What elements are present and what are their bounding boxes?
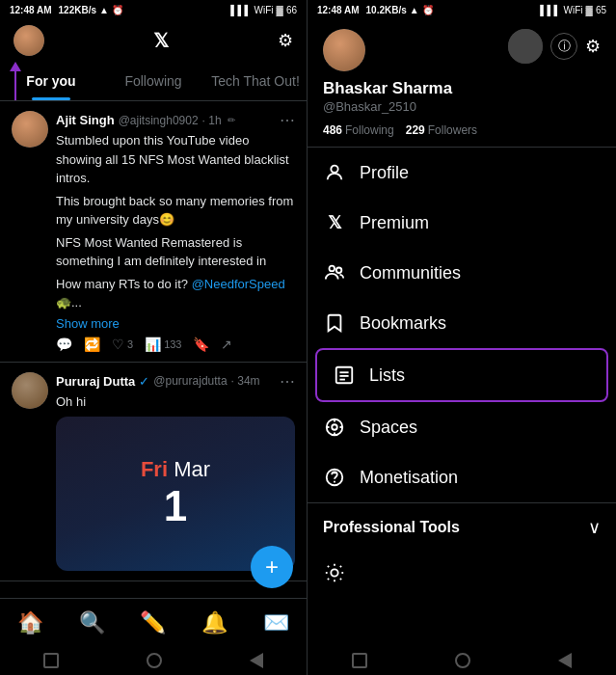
chart-icon: 📊 xyxy=(145,337,161,352)
tweet-author-2: Pururaj Dutta xyxy=(56,374,135,389)
more-options-2[interactable]: ⋯ xyxy=(280,372,295,391)
views-action[interactable]: 📊 133 xyxy=(145,337,181,352)
following-label: Following xyxy=(345,123,394,137)
retweet-action[interactable]: 🔁 xyxy=(84,337,100,352)
followers-count: 229 xyxy=(406,123,425,137)
time-right: 12:48 AM xyxy=(317,5,360,15)
followers-label: Followers xyxy=(428,123,477,137)
nav-compose[interactable]: ✏️ xyxy=(140,610,166,635)
drawer-stats: 486 Following 229 Followers xyxy=(308,118,616,148)
sys-circle-right[interactable] xyxy=(455,653,470,668)
mention-needforspeed[interactable]: @NeedforSpeed xyxy=(192,277,285,291)
like-action[interactable]: ♡ 3 xyxy=(112,337,133,352)
tweet-text-1c: NFS Most Wanted Remastered is something … xyxy=(56,233,295,271)
nav-home[interactable]: 🏠 xyxy=(17,610,43,635)
sys-circle-left[interactable] xyxy=(147,653,162,668)
tweet-header-1: Ajit Singh @ajitsingh0902 · 1h ✏ ⋯ xyxy=(56,111,295,129)
svg-point-1 xyxy=(330,266,335,272)
more-options-1[interactable]: ⋯ xyxy=(280,111,295,129)
sys-square-right[interactable] xyxy=(352,653,367,668)
settings-icon-drawer[interactable]: ⚙ xyxy=(585,36,601,57)
time-left: 12:48 AM xyxy=(10,5,52,15)
battery-pct-left: 66 xyxy=(286,5,297,15)
comment-action[interactable]: 💬 xyxy=(56,337,72,352)
menu-item-spaces[interactable]: Spaces xyxy=(308,402,616,452)
tweet-header-2: Pururaj Dutta ✓ @pururajdutta · 34m ⋯ xyxy=(56,372,295,391)
tab-tech[interactable]: Tech That Out! xyxy=(204,62,307,100)
right-panel: 12:48 AM 10.2KB/s ▲ ⏰ ▌▌▌ WiFi ▓ 65 ⓘ xyxy=(308,0,616,675)
share-icon: ↗ xyxy=(221,337,232,352)
signal-bars-right: ▌▌▌ xyxy=(540,5,560,15)
settings-icon-left[interactable]: ⚙ xyxy=(278,30,293,51)
menu-item-profile[interactable]: Profile xyxy=(308,148,616,198)
tweet-avatar-1[interactable] xyxy=(12,111,48,148)
premium-icon: 𝕏 xyxy=(323,211,346,234)
tweet-content-2: Pururaj Dutta ✓ @pururajdutta · 34m ⋯ Oh… xyxy=(56,372,295,572)
professional-tools[interactable]: Professional Tools ∨ xyxy=(308,502,616,552)
monetisation-icon xyxy=(323,466,346,489)
fab-button[interactable]: + xyxy=(251,546,293,588)
drawer-menu-list: Profile 𝕏 Premium Communities Bookmarks xyxy=(308,148,616,646)
tweet-content-1: Ajit Singh @ajitsingh0902 · 1h ✏ ⋯ Stumb… xyxy=(56,111,295,352)
status-bar-right: 12:48 AM 10.2KB/s ▲ ⏰ ▌▌▌ WiFi ▓ 65 xyxy=(308,0,616,19)
pro-tools-label: Professional Tools xyxy=(323,519,460,536)
nav-bell[interactable]: 🔔 xyxy=(201,610,228,635)
drawer-top: ⓘ ⚙ xyxy=(308,19,616,71)
menu-item-monetisation[interactable]: Monetisation xyxy=(308,452,616,502)
wifi-icon: WiFi xyxy=(254,5,274,15)
menu-item-lists[interactable]: Lists xyxy=(315,348,608,402)
tweet-text-1d: How many RTs to do it? @NeedforSpeed 🐢..… xyxy=(56,275,295,312)
tab-following[interactable]: Following xyxy=(102,62,204,100)
svg-line-13 xyxy=(328,566,329,567)
menu-label-monetisation: Monetisation xyxy=(360,468,458,488)
user-avatar-left[interactable] xyxy=(13,25,44,56)
sys-square-left[interactable] xyxy=(43,653,59,668)
menu-label-profile: Profile xyxy=(360,163,409,183)
arrow-indicator xyxy=(10,62,21,100)
drawer-top-right: ⓘ ⚙ xyxy=(508,29,601,64)
sys-back-right[interactable] xyxy=(558,653,572,668)
x-logo-left: 𝕏 xyxy=(153,29,169,52)
battery-pct-right: 65 xyxy=(596,5,606,15)
tweet-text-2: Oh hi xyxy=(56,392,295,412)
settings-row[interactable] xyxy=(308,552,616,594)
tweet-meta-1: Ajit Singh @ajitsingh0902 · 1h ✏ xyxy=(56,113,235,127)
show-more-link[interactable]: Show more xyxy=(56,316,295,331)
drawer-user-name: Bhaskar Sharma xyxy=(323,79,601,98)
menu-item-bookmarks[interactable]: Bookmarks xyxy=(308,298,616,348)
calendar-fri: Fri xyxy=(141,457,168,481)
bookmarks-icon xyxy=(323,311,346,335)
retweet-icon: 🔁 xyxy=(84,337,100,352)
edit-icon-1: ✏ xyxy=(228,115,235,125)
status-data-left: 122KB/s xyxy=(59,5,96,15)
menu-item-communities[interactable]: Communities xyxy=(308,248,616,298)
drawer-content: 12:48 AM 10.2KB/s ▲ ⏰ ▌▌▌ WiFi ▓ 65 ⓘ xyxy=(308,0,616,646)
sys-back-left[interactable] xyxy=(250,653,263,668)
bookmark-action[interactable]: 🔖 xyxy=(193,337,209,352)
nav-search[interactable]: 🔍 xyxy=(79,610,105,635)
lists-icon xyxy=(333,364,356,387)
wifi-icon-right: WiFi xyxy=(564,5,583,15)
info-icon[interactable]: ⓘ xyxy=(550,33,577,60)
status-bar-left: 12:48 AM 122KB/s ▲ ⏰ ▌▌▌ WiFi ▓ 66 xyxy=(0,0,307,19)
tweet-handle-1: @ajitsingh0902 xyxy=(119,114,199,127)
menu-item-premium[interactable]: 𝕏 Premium xyxy=(308,198,616,248)
profile-icon xyxy=(323,161,346,184)
svg-line-18 xyxy=(340,566,341,567)
share-action[interactable]: ↗ xyxy=(221,337,232,352)
calendar-mar: Mar xyxy=(174,457,210,481)
tweet-avatar-2[interactable] xyxy=(12,372,48,409)
svg-line-14 xyxy=(340,579,341,580)
stat-followers[interactable]: 229 Followers xyxy=(406,123,477,137)
drawer-switch-avatar[interactable] xyxy=(508,29,543,64)
chevron-down-icon: ∨ xyxy=(588,517,601,538)
drawer-user-avatar[interactable] xyxy=(323,29,365,71)
calendar-header: Fri Mar xyxy=(141,457,210,482)
alarm-icon: ⏰ xyxy=(112,5,123,15)
drawer-user-info: Bhaskar Sharma @Bhaskar_2510 xyxy=(308,71,616,118)
nav-mail[interactable]: ✉️ xyxy=(263,610,289,635)
tweet-text-1a: Stumbled upon this YouTube video showing… xyxy=(56,131,295,188)
svg-point-10 xyxy=(331,569,337,576)
stat-following[interactable]: 486 Following xyxy=(323,123,394,137)
tweet-image-2: Fri Mar 1 xyxy=(56,417,295,571)
